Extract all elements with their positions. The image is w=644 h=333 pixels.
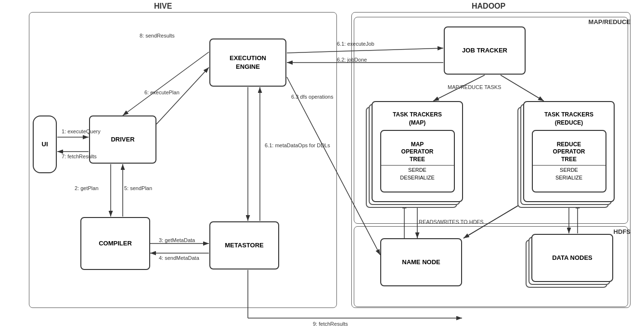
driver-box: DRIVER <box>89 115 156 164</box>
task-trackers-map-label: TASK TRACKERS(MAP) <box>393 111 442 127</box>
label-send-results: 8: sendResults <box>140 33 175 38</box>
diagram: HIVE HADOOP MAP/REDUCE HDFS UI DRIVER CO… <box>0 0 644 333</box>
execution-engine-box: EXECUTIONENGINE <box>209 38 286 87</box>
ui-box: UI <box>33 115 57 173</box>
hdfs-label: HDFS <box>614 228 631 235</box>
label-fetch-results-9: 9: fetchResults <box>313 321 348 327</box>
name-node-label: NAME NODE <box>402 258 440 267</box>
label-fetch-results-ui: 7: fetchResults <box>62 154 97 159</box>
ui-label: UI <box>42 140 48 149</box>
label-mapreduce-tasks: MAP/REDUCE TASKS <box>448 84 501 90</box>
label-execute-plan: 6: executePlan <box>144 90 180 95</box>
hive-label: HIVE <box>154 2 172 11</box>
driver-label: DRIVER <box>111 135 134 144</box>
compiler-box: COMPILER <box>80 217 150 270</box>
label-job-done: 6.2: jobDone <box>337 57 367 63</box>
data-nodes-label: DATA NODES <box>552 254 592 262</box>
label-get-metadata: 3: getMetaData <box>159 237 195 243</box>
metastore-box: METASTORE <box>209 221 279 269</box>
label-send-metadata: 4: sendMetaData <box>159 255 199 261</box>
hadoop-label: HADOOP <box>472 2 505 11</box>
task-trackers-reduce-box: TASK TRACKERS(REDUCE) REDUCEOPERATORTREE… <box>523 101 615 202</box>
label-dfs-ops: 6.3 dfs operations <box>291 94 333 100</box>
label-execute-query: 1: executeQuery <box>62 128 101 134</box>
compiler-label: COMPILER <box>99 239 132 248</box>
label-send-plan: 5: sendPlan <box>124 185 152 191</box>
mapreduce-label: MAP/REDUCE <box>589 18 631 26</box>
label-get-plan: 2: getPlan <box>75 185 99 191</box>
task-trackers-reduce-label: TASK TRACKERS(REDUCE) <box>544 111 593 127</box>
hive-region <box>29 12 337 308</box>
label-metadata-ddls: 6.1: metaDataOps for DDLs <box>265 142 330 149</box>
label-reads-writes: READS/WRITES TO HDFS <box>419 219 484 225</box>
reduce-operator-tree-label: REDUCEOPERATORTREE <box>553 141 585 164</box>
metastore-label: METASTORE <box>225 241 263 250</box>
map-serde-label: SERDEDESERIALIZE <box>381 165 454 181</box>
map-operator-tree-box: MAPOPERATORTREE SERDEDESERIALIZE <box>380 130 455 192</box>
map-operator-tree-label: MAPOPERATORTREE <box>401 141 434 164</box>
reduce-serde-label: SERDESERIALIZE <box>533 165 605 181</box>
job-tracker-box: JOB TRACKER <box>444 26 526 75</box>
name-node-box: NAME NODE <box>380 238 462 286</box>
label-execute-job: 6.1: executeJob <box>337 41 374 47</box>
execution-engine-label: EXECUTIONENGINE <box>230 54 266 71</box>
task-trackers-map-box: TASK TRACKERS(MAP) MAPOPERATORTREE SERDE… <box>372 101 463 202</box>
reduce-operator-tree-box: REDUCEOPERATORTREE SERDESERIALIZE <box>532 130 606 192</box>
data-nodes-box: DATA NODES <box>531 234 613 282</box>
job-tracker-label: JOB TRACKER <box>462 46 507 55</box>
